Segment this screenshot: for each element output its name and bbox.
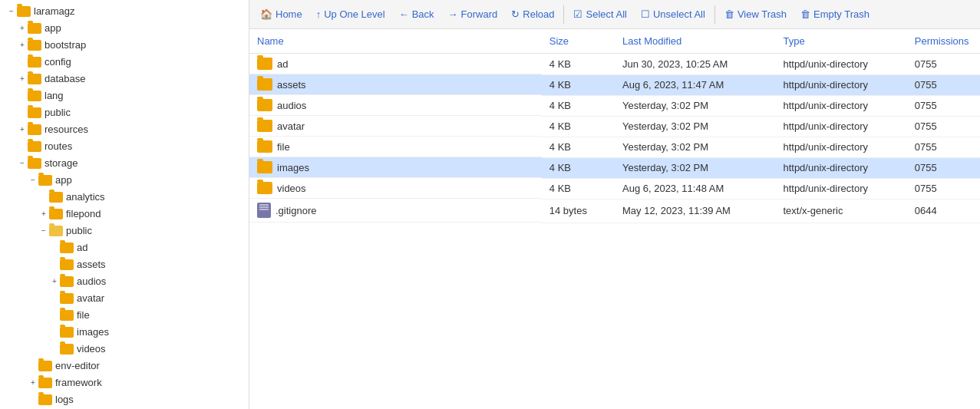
empty-trash-button[interactable]: 🗑 Empty Trash — [794, 5, 876, 23]
sidebar-tree-item[interactable]: avatar — [0, 290, 249, 307]
col-name[interactable]: Name — [249, 29, 542, 54]
file-modified: Aug 6, 2023, 11:47 AM — [615, 74, 775, 95]
sidebar-tree-item[interactable]: −laramagz — [0, 3, 249, 20]
sidebar-tree-item[interactable]: +database — [0, 71, 249, 87]
file-size: 14 bytes — [542, 199, 615, 223]
file-name: videos — [277, 183, 306, 194]
sidebar-tree-item[interactable]: +app — [0, 20, 249, 37]
sidebar-tree-item[interactable]: logs — [0, 391, 249, 408]
file-type: httpd/unix-directory — [775, 54, 906, 75]
folder-icon — [17, 6, 31, 17]
tree-item-label: routes — [45, 140, 72, 153]
tree-item-label: storage — [45, 157, 78, 170]
file-modified: Yesterday, 3:02 PM — [615, 116, 775, 137]
sidebar-tree-item[interactable]: env-editor — [0, 358, 249, 374]
sidebar-tree-item[interactable]: lang — [0, 87, 249, 104]
file-name-cell: file — [249, 137, 542, 157]
file-name-cell: avatar — [249, 116, 542, 137]
tree-item-label: filepond — [66, 207, 101, 221]
folder-icon — [28, 23, 41, 34]
sidebar-tree-item[interactable]: −app — [0, 172, 249, 189]
sidebar-tree-item[interactable]: routes — [0, 138, 249, 155]
table-row[interactable]: videos4 KBAug 6, 2023, 11:48 AMhttpd/uni… — [249, 178, 980, 199]
sidebar-tree-item[interactable]: file — [0, 307, 249, 324]
tree-item-label: images — [77, 325, 109, 339]
row-folder-icon — [257, 99, 272, 111]
reload-button[interactable]: ↻ Reload — [505, 5, 560, 23]
table-row[interactable]: .gitignore14 bytesMay 12, 2023, 11:39 AM… — [249, 199, 980, 223]
tree-toggle: − — [38, 224, 49, 238]
tree-toggle: − — [6, 5, 17, 18]
sidebar-tree-item[interactable]: +audios — [0, 273, 249, 290]
tree-toggle: + — [49, 275, 60, 289]
tree-toggle: + — [17, 123, 28, 137]
tree-toggle: − — [28, 173, 38, 187]
sidebar-tree-item[interactable]: −public — [0, 223, 249, 239]
view-trash-button[interactable]: 🗑 View Trash — [718, 5, 793, 23]
folder-icon — [28, 57, 41, 68]
col-size[interactable]: Size — [542, 29, 615, 54]
table-row[interactable]: file4 KBYesterday, 3:02 PMhttpd/unix-dir… — [249, 137, 980, 157]
sidebar-tree-item[interactable]: images — [0, 324, 249, 341]
sidebar-tree-item[interactable]: ad — [0, 239, 249, 256]
divider-1 — [563, 5, 564, 24]
empty-trash-icon: 🗑 — [800, 8, 810, 20]
folder-icon — [49, 209, 63, 219]
tree-toggle: + — [17, 72, 28, 86]
file-name-cell: .gitignore — [249, 199, 542, 223]
file-permissions: 0755 — [907, 74, 980, 95]
sidebar-tree-item[interactable]: videos — [0, 341, 249, 358]
row-folder-icon — [257, 58, 272, 70]
table-header-row: Name Size Last Modified Type Permissions — [249, 29, 980, 54]
col-type[interactable]: Type — [775, 29, 906, 54]
folder-icon — [38, 394, 52, 405]
col-modified[interactable]: Last Modified — [615, 29, 775, 54]
file-name: avatar — [277, 120, 305, 132]
sidebar-tree-item[interactable]: +framework — [0, 374, 249, 391]
sidebar-tree-item[interactable]: config — [0, 54, 249, 71]
forward-label: Forward — [461, 8, 498, 20]
file-type: httpd/unix-directory — [775, 137, 906, 157]
table-row[interactable]: ad4 KBJun 30, 2023, 10:25 AMhttpd/unix-d… — [249, 54, 980, 75]
sidebar-tree-item[interactable]: assets — [0, 256, 249, 273]
file-name: file — [277, 141, 290, 153]
forward-button[interactable]: → Forward — [442, 5, 504, 23]
folder-icon — [38, 175, 52, 186]
up-one-level-button[interactable]: ↑ Up One Level — [310, 5, 391, 23]
file-modified: May 12, 2023, 11:39 AM — [615, 199, 775, 223]
folder-icon — [38, 378, 52, 388]
unselect-all-button[interactable]: ☐ Unselect All — [635, 5, 711, 23]
home-label: Home — [276, 8, 302, 20]
folder-icon — [28, 158, 41, 169]
folder-icon — [60, 310, 74, 321]
col-perms[interactable]: Permissions — [907, 29, 980, 54]
tree-item-label: analytics — [66, 190, 105, 204]
table-row[interactable]: assets4 KBAug 6, 2023, 11:47 AMhttpd/uni… — [249, 74, 980, 95]
tree-item-label: bootstrap — [45, 38, 86, 52]
tree-item-label: config — [45, 55, 71, 69]
back-button[interactable]: ← Back — [393, 5, 441, 23]
toolbar: 🏠 Home ↑ Up One Level ← Back → Forward ↻… — [249, 0, 980, 29]
file-name: audios — [277, 100, 306, 111]
file-type: httpd/unix-directory — [775, 178, 906, 199]
sidebar-tree-item[interactable]: +bootstrap — [0, 37, 249, 54]
table-row[interactable]: images4 KBYesterday, 3:02 PMhttpd/unix-d… — [249, 157, 980, 178]
sidebar-tree-item[interactable]: public — [0, 104, 249, 121]
sidebar-tree-item[interactable]: analytics — [0, 189, 249, 206]
file-size: 4 KB — [542, 157, 615, 178]
tree-item-label: avatar — [77, 292, 104, 305]
file-name-cell: videos — [249, 178, 542, 199]
folder-icon — [60, 344, 74, 355]
row-folder-icon — [257, 161, 272, 173]
table-row[interactable]: audios4 KBYesterday, 3:02 PMhttpd/unix-d… — [249, 95, 980, 116]
home-button[interactable]: 🏠 Home — [254, 5, 309, 23]
table-row[interactable]: avatar4 KBYesterday, 3:02 PMhttpd/unix-d… — [249, 116, 980, 137]
sidebar-tree-item[interactable]: −storage — [0, 155, 249, 172]
select-all-button[interactable]: ☑ Select All — [567, 5, 632, 23]
select-all-icon: ☑ — [573, 8, 582, 20]
folder-icon — [60, 327, 74, 338]
sidebar-tree-item[interactable]: +resources — [0, 121, 249, 138]
file-modified: Jun 30, 2023, 10:25 AM — [615, 54, 775, 75]
file-modified: Aug 6, 2023, 11:48 AM — [615, 178, 775, 199]
sidebar-tree-item[interactable]: +filepond — [0, 206, 249, 223]
